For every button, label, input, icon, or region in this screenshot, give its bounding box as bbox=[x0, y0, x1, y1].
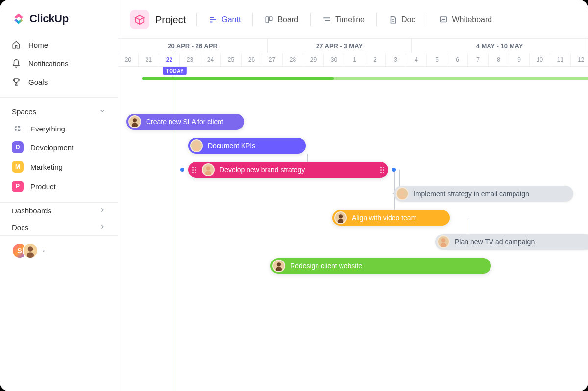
primary-nav: Home Notifications Goals bbox=[0, 33, 118, 97]
day-header: 2021222324252627282930123456789101112 bbox=[118, 53, 588, 67]
task-bar[interactable]: Document KPIs bbox=[188, 138, 306, 154]
svg-rect-19 bbox=[194, 147, 199, 151]
avatar bbox=[437, 235, 450, 248]
task-bar[interactable]: Plan new TV ad campaign bbox=[435, 234, 588, 250]
space-badge: M bbox=[12, 161, 24, 173]
task-label: Document KPIs bbox=[208, 142, 255, 150]
day-cell: 24 bbox=[200, 53, 221, 66]
brand-name: ClickUp bbox=[29, 12, 69, 25]
view-timeline[interactable]: Timeline bbox=[318, 12, 369, 27]
svg-rect-27 bbox=[441, 243, 446, 247]
task-bar[interactable]: Create new SLA for client bbox=[126, 114, 244, 130]
dependency-dot[interactable] bbox=[392, 168, 396, 172]
day-cell: 25 bbox=[221, 53, 242, 66]
task-bar[interactable]: Develop new brand strategy bbox=[188, 162, 388, 178]
dashboards-header[interactable]: Dashboards bbox=[0, 203, 118, 219]
logo[interactable]: ClickUp bbox=[0, 0, 118, 33]
day-cell: 7 bbox=[468, 53, 489, 66]
chevron-right-icon bbox=[99, 223, 106, 232]
divider bbox=[196, 13, 197, 26]
day-cell: 21 bbox=[139, 53, 159, 66]
sidebar: ClickUp Home Notifications Goals Spaces bbox=[0, 0, 118, 391]
view-label: Whiteboard bbox=[452, 15, 492, 24]
view-board[interactable]: Board bbox=[260, 12, 303, 27]
day-cell: 20 bbox=[118, 53, 139, 66]
chevron-right-icon bbox=[99, 207, 106, 215]
svg-point-28 bbox=[277, 262, 281, 266]
svg-point-24 bbox=[339, 214, 343, 218]
main-panel: Project Gantt Board Timeline Doc bbox=[118, 0, 588, 391]
view-label: Board bbox=[277, 15, 298, 24]
task-label: Create new SLA for client bbox=[146, 118, 223, 126]
task-label: Plan new TV ad campaign bbox=[455, 238, 535, 246]
divider bbox=[427, 13, 427, 26]
dependency-dot[interactable] bbox=[180, 168, 184, 172]
space-marketing[interactable]: M Marketing bbox=[0, 157, 118, 177]
day-cell: 23 bbox=[180, 53, 200, 66]
day-cell: 1 bbox=[344, 53, 365, 66]
view-doc[interactable]: Doc bbox=[384, 12, 420, 27]
day-cell: 6 bbox=[447, 53, 468, 66]
docs-header[interactable]: Docs bbox=[0, 219, 118, 235]
svg-rect-21 bbox=[205, 171, 211, 175]
day-cell: 9 bbox=[509, 53, 530, 66]
divider bbox=[310, 13, 311, 26]
svg-point-22 bbox=[400, 190, 404, 194]
week-range: 27 APR - 3 MAY bbox=[268, 39, 412, 53]
chevron-down-icon bbox=[99, 107, 106, 116]
svg-rect-29 bbox=[276, 267, 282, 271]
day-cell: 30 bbox=[324, 53, 344, 66]
task-bar[interactable]: Redesign client website bbox=[270, 258, 491, 274]
svg-rect-10 bbox=[270, 17, 272, 21]
nav-goals[interactable]: Goals bbox=[4, 73, 114, 91]
view-label: Doc bbox=[401, 15, 415, 24]
svg-rect-17 bbox=[132, 123, 138, 127]
space-product[interactable]: P Product bbox=[0, 177, 118, 196]
avatar bbox=[128, 115, 141, 128]
task-bar[interactable]: Align with video team bbox=[332, 210, 450, 226]
day-cell: 29 bbox=[303, 53, 324, 66]
task-label: Redesign client website bbox=[290, 262, 362, 270]
day-cell: 2 bbox=[365, 53, 386, 66]
svg-rect-9 bbox=[266, 17, 269, 23]
week-range: 20 APR - 26 APR bbox=[118, 39, 268, 53]
spaces-header[interactable]: Spaces bbox=[0, 104, 118, 120]
nav-notifications[interactable]: Notifications bbox=[4, 54, 114, 73]
space-badge: P bbox=[12, 181, 24, 192]
drag-handle-icon[interactable] bbox=[380, 166, 385, 173]
project-icon[interactable] bbox=[130, 10, 149, 29]
divider bbox=[376, 13, 377, 26]
avatar bbox=[190, 139, 203, 152]
whiteboard-icon bbox=[439, 15, 448, 24]
grid-icon bbox=[13, 124, 23, 133]
nav-label: Goals bbox=[28, 78, 48, 86]
svg-point-0 bbox=[15, 126, 17, 128]
view-gantt[interactable]: Gantt bbox=[204, 12, 245, 27]
svg-point-4 bbox=[28, 246, 33, 252]
avatar bbox=[202, 163, 215, 176]
svg-point-1 bbox=[18, 126, 20, 128]
day-cell: 28 bbox=[283, 53, 303, 66]
progress-fill bbox=[142, 77, 334, 80]
everything-item[interactable]: Everything bbox=[0, 120, 118, 137]
space-label: Marketing bbox=[30, 163, 63, 171]
task-bar[interactable]: Implement strategy in email campaign bbox=[394, 186, 573, 202]
gantt-icon bbox=[209, 15, 218, 24]
section-title: Dashboards bbox=[12, 207, 51, 215]
divider bbox=[252, 13, 253, 26]
view-whiteboard[interactable]: Whiteboard bbox=[434, 12, 497, 27]
day-cell: 27 bbox=[262, 53, 283, 66]
dashboards-section: Dashboards bbox=[0, 202, 118, 219]
drag-handle-icon[interactable] bbox=[192, 166, 197, 173]
space-development[interactable]: D Development bbox=[0, 137, 118, 157]
overall-progress bbox=[142, 77, 588, 80]
gantt-area: 20 APR - 26 APR 27 APR - 3 MAY 4 MAY - 1… bbox=[118, 38, 588, 391]
nav-home[interactable]: Home bbox=[4, 35, 114, 54]
svg-point-26 bbox=[441, 238, 445, 242]
svg-rect-3 bbox=[18, 129, 20, 131]
toolbar: Project Gantt Board Timeline Doc bbox=[118, 0, 588, 38]
gantt-chart[interactable]: TODAY Create new SLA for clientDocument … bbox=[118, 67, 588, 381]
timeline-icon bbox=[322, 15, 331, 24]
user-switcher[interactable]: S bbox=[0, 235, 118, 266]
today-badge: TODAY bbox=[163, 67, 187, 75]
